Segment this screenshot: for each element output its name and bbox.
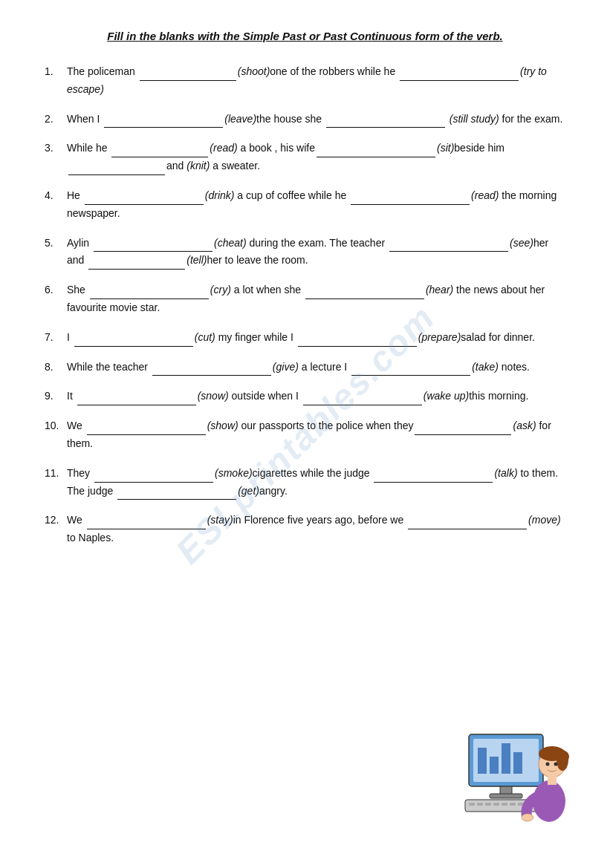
verb-hint: (read): [471, 189, 499, 201]
fill-blank: [77, 394, 196, 405]
exercise-item-9: It (snow) outside when I (wake up)this m…: [45, 388, 565, 405]
fill-blank: [374, 471, 493, 482]
verb-hint: (stay): [207, 514, 233, 526]
exercise-text: We: [67, 420, 85, 431]
fill-blank: [87, 518, 206, 529]
svg-rect-3: [490, 757, 499, 774]
exercise-text: and: [166, 160, 186, 172]
fill-blank: [351, 365, 470, 376]
svg-rect-26: [548, 776, 557, 785]
verb-hint: (see): [510, 237, 533, 249]
exercise-text: the house she: [256, 113, 325, 125]
illustration: [461, 719, 573, 838]
fill-blank: [389, 241, 508, 252]
fill-blank: [317, 146, 435, 157]
exercise-text: She: [67, 284, 88, 296]
exercise-text: outside when I: [229, 390, 302, 402]
verb-hint: (sit): [437, 142, 454, 154]
exercise-item-7: I (cut) my finger while I (prepare)salad…: [45, 329, 565, 347]
verb-hint: (cheat): [214, 237, 247, 249]
exercise-text: notes.: [499, 361, 530, 373]
exercise-text: for the exam.: [499, 113, 563, 125]
svg-rect-12: [493, 803, 499, 806]
exercise-item-10: We (show) our passports to the police wh…: [45, 417, 565, 453]
fill-blank: [408, 518, 527, 529]
verb-hint: (give): [273, 361, 299, 373]
verb-hint: (snow): [198, 390, 229, 402]
svg-point-24: [546, 763, 550, 766]
fill-blank: [140, 69, 236, 80]
svg-point-25: [554, 763, 558, 766]
verb-hint: (drink): [205, 189, 235, 201]
fill-blank: [94, 471, 213, 482]
fill-blank: [305, 288, 424, 299]
exercise-text: While he: [67, 142, 110, 154]
fill-blank: [90, 288, 209, 299]
exercise-item-5: Aylin (cheat) during the exam. The teach…: [45, 235, 565, 270]
fill-blank: [74, 335, 193, 346]
fill-blank: [85, 193, 204, 204]
fill-blank: [87, 424, 206, 435]
exercise-item-3: While he (read) a book , his wife (sit)b…: [45, 140, 565, 175]
exercise-item-11: They (smoke)cigarettes while the judge (…: [45, 465, 565, 500]
verb-hint: (leave): [224, 113, 256, 125]
verb-hint: (read): [210, 142, 237, 154]
svg-rect-2: [478, 748, 487, 774]
exercise-text: He: [67, 189, 83, 201]
fill-blank: [68, 164, 165, 175]
exercise-text: this morning.: [469, 390, 528, 402]
verb-hint: (hear): [426, 284, 453, 296]
exercise-item-1: The policeman (shoot)one of the robbers …: [45, 63, 565, 99]
exercise-text: my finger while I: [215, 331, 296, 343]
fill-blank: [400, 69, 519, 80]
verb-hint: (still study): [450, 113, 499, 125]
exercise-text: cigarettes while the judge: [253, 467, 373, 479]
exercise-text: beside him: [454, 142, 504, 154]
exercise-text: during the exam. The teacher: [247, 237, 388, 249]
fill-blank: [104, 117, 223, 128]
fill-blank: [94, 241, 212, 252]
svg-rect-11: [485, 803, 491, 806]
exercise-text: When I: [67, 113, 103, 125]
fill-blank: [117, 489, 236, 500]
fill-blank: [351, 193, 470, 204]
svg-rect-5: [513, 752, 522, 774]
svg-rect-13: [502, 803, 507, 806]
exercise-text: They: [67, 467, 93, 479]
verb-hint: (wake up): [424, 390, 469, 402]
exercise-text: her to leave the room.: [207, 254, 308, 266]
svg-point-23: [522, 814, 533, 821]
fill-blank: [303, 394, 422, 405]
verb-hint: (knit): [186, 160, 210, 172]
verb-hint: (prepare): [418, 331, 461, 343]
exercise-text: angry.: [259, 485, 288, 497]
exercise-item-4: He (drink) a cup of coffee while he (rea…: [45, 187, 565, 223]
exercise-text: I: [67, 331, 73, 343]
fill-blank: [298, 335, 417, 346]
verb-hint: (ask): [513, 420, 536, 431]
svg-rect-9: [469, 803, 475, 806]
exercise-text: one of the robbers while he: [270, 65, 398, 77]
verb-hint: (move): [528, 514, 561, 526]
verb-hint: (cry): [210, 284, 231, 296]
fill-blank: [111, 146, 208, 157]
exercise-text: We: [67, 514, 85, 526]
exercise-item-8: While the teacher (give) a lecture I (ta…: [45, 359, 565, 376]
verb-hint: (cut): [195, 331, 215, 343]
exercise-text: a lot when she: [231, 284, 304, 296]
exercise-item-12: We (stay)in Florence five years ago, bef…: [45, 512, 565, 547]
verb-hint: (tell): [186, 254, 207, 266]
exercise-item-6: She (cry) a lot when she (hear) the news…: [45, 281, 565, 317]
exercise-text: While the teacher: [67, 361, 151, 373]
exercise-list: The policeman (shoot)one of the robbers …: [45, 63, 565, 547]
fill-blank: [415, 424, 511, 435]
verb-hint: (talk): [494, 467, 517, 479]
exercise-text: a book , his wife: [238, 142, 315, 154]
svg-rect-10: [477, 803, 483, 806]
exercise-item-2: When I (leave)the house she (still study…: [45, 111, 565, 128]
exercise-text: our passports to the police when they: [239, 420, 414, 431]
verb-hint: (take): [472, 361, 499, 373]
svg-rect-4: [502, 743, 510, 774]
exercise-text: salad for dinner.: [461, 331, 535, 343]
exercise-text: a lecture I: [299, 361, 350, 373]
